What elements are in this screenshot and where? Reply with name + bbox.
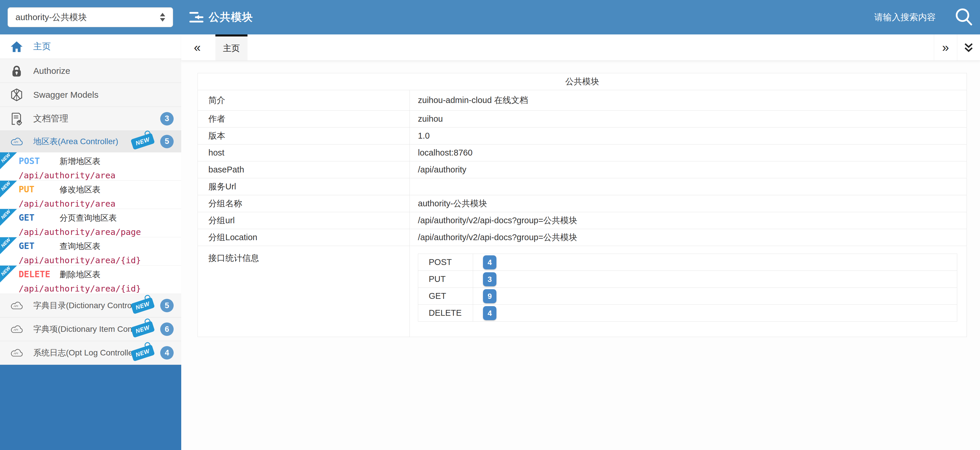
sidebar-item-opt-log-controller[interactable]: API 系统日志(Opt Log Controller) NEW 4 (0, 341, 181, 365)
stats-row: DELETE 4 (418, 305, 957, 321)
table-row: 作者 zuihou (198, 111, 967, 127)
endpoint-post-area[interactable]: NEW POST 新增地区表 /api/authority/area (0, 152, 181, 181)
count-badge: 5 (160, 135, 173, 148)
endpoint-get-area-page[interactable]: NEW GET 分页查询地区表 /api/authority/area/page (0, 209, 181, 237)
endpoint-path: /api/authority/area/page (19, 227, 181, 237)
new-tag-badge: NEW (130, 297, 155, 314)
search-icon[interactable] (952, 5, 976, 29)
sidebar-item-label: 系统日志(Opt Log Controller) (33, 347, 132, 358)
row-label: host (198, 145, 410, 161)
table-row: 分组名称 authority-公共模块 (198, 195, 967, 212)
row-label: 分组名称 (198, 195, 410, 212)
sidebar-item-home[interactable]: 主页 (0, 35, 181, 59)
api-group-select-value: authority-公共模块 (16, 11, 156, 23)
sidebar-item-dictionary-controller[interactable]: API 字典目录(Dictionary Controller) NEW 5 (0, 294, 181, 318)
table-row: 分组Location /api/authority/v2/api-docs?gr… (198, 229, 967, 246)
row-value: /api/authority/v2/api-docs?group=公共模块 (410, 229, 967, 246)
row-value: authority-公共模块 (410, 195, 967, 212)
table-row: 版本 1.0 (198, 127, 967, 145)
http-method-label: DELETE (19, 269, 59, 279)
doc-content: 公共模块 简介 zuihou-admin-cloud 在线文档 作者 zuiho… (181, 61, 980, 337)
row-value: /api/authority (410, 161, 967, 178)
stats-row: GET 9 (418, 288, 957, 305)
tabbar-spacer (248, 35, 934, 60)
row-value (410, 178, 967, 195)
home-icon (10, 40, 23, 53)
table-row: 服务Url (198, 178, 967, 195)
cloud-api-icon: API (10, 323, 23, 336)
table-row: 简介 zuihou-admin-cloud 在线文档 (198, 90, 967, 111)
endpoint-delete-area-id[interactable]: NEW DELETE 删除地区表 /api/authority/area/{id… (0, 266, 181, 294)
models-hexagon-icon (10, 88, 23, 102)
cloud-api-icon: API (10, 135, 23, 148)
sidebar-item-label: Authorize (33, 66, 181, 76)
row-value: zuihou-admin-cloud 在线文档 (410, 90, 967, 111)
count-badge: 6 (160, 323, 173, 336)
stats-count-cell: 4 (473, 254, 957, 271)
stats-count-badge: 4 (483, 255, 496, 269)
tabs-collapse-all-icon[interactable] (957, 35, 980, 60)
row-label: 接口统计信息 (198, 246, 410, 337)
row-value: zuihou (410, 111, 967, 127)
row-label: 作者 (198, 111, 410, 127)
endpoint-put-area[interactable]: NEW PUT 修改地区表 /api/authority/area (0, 181, 181, 209)
row-label: 简介 (198, 90, 410, 111)
api-group-select[interactable]: authority-公共模块 (8, 7, 173, 27)
tab-bar: « 主页 » (181, 35, 980, 61)
sidebar: 主页 Authorize Swagger Models (0, 35, 181, 450)
tab-home[interactable]: 主页 (215, 35, 248, 60)
stats-count-cell: 9 (473, 288, 957, 305)
endpoint-path: /api/authority/area (19, 199, 181, 209)
count-badge: 4 (160, 346, 173, 359)
new-tag-badge: NEW (130, 321, 155, 338)
stats-row: POST 4 (418, 254, 957, 271)
api-stats-table: POST 4 PUT 3 (418, 254, 957, 321)
endpoint-title: 查询地区表 (59, 241, 100, 252)
top-header: authority-公共模块 公共模块 请输入搜索内容 (0, 0, 980, 35)
module-info-table: 公共模块 简介 zuihou-admin-cloud 在线文档 作者 zuiho… (197, 73, 967, 337)
main-panel: « 主页 » 公共模块 简介 (181, 35, 980, 450)
stats-count-badge: 9 (483, 289, 496, 303)
sidebar-item-label: 主页 (33, 41, 181, 52)
stats-count-cell: 3 (473, 271, 957, 288)
sidebar-item-area-controller[interactable]: API 地区表(Area Controller) NEW 5 (0, 131, 181, 152)
stats-method-label: POST (418, 254, 473, 271)
tabs-scroll-right-icon[interactable]: » (934, 35, 957, 60)
http-method-label: GET (19, 213, 59, 223)
endpoint-list: NEW POST 新增地区表 /api/authority/area NEW P… (0, 152, 181, 294)
sidebar-item-authorize[interactable]: Authorize (0, 59, 181, 83)
page-title: 公共模块 (189, 10, 253, 24)
http-method-label: POST (19, 156, 59, 166)
tabs-scroll-left-icon[interactable]: « (187, 35, 208, 60)
tab-home-label: 主页 (223, 43, 240, 54)
stats-method-label: GET (418, 288, 473, 305)
sidebar-item-dictionary-item-controller[interactable]: API 字典项(Dictionary Item Controller) NEW … (0, 318, 181, 341)
endpoint-get-area-id[interactable]: NEW GET 查询地区表 /api/authority/area/{id} (0, 237, 181, 266)
count-badge: 3 (160, 112, 173, 126)
stats-count-cell: 4 (473, 305, 957, 321)
table-row: 分组url /api/authority/v2/api-docs?group=公… (198, 212, 967, 229)
sidebar-item-label: 字典项(Dictionary Item Controller) (33, 324, 132, 335)
endpoint-path: /api/authority/area/{id} (19, 255, 181, 265)
svg-text:API: API (13, 351, 18, 355)
sidebar-item-doc-manage[interactable]: 文档管理 3 (0, 107, 181, 131)
row-value: 1.0 (410, 127, 967, 145)
row-label: 分组url (198, 212, 410, 229)
count-badge: 5 (160, 299, 173, 312)
sidebar-item-label: 字典目录(Dictionary Controller) (33, 300, 132, 311)
select-updown-arrows-icon (160, 13, 165, 22)
stats-count-badge: 4 (483, 306, 496, 320)
row-label: 服务Url (198, 178, 410, 195)
row-value: /api/authority/v2/api-docs?group=公共模块 (410, 212, 967, 229)
svg-text:API: API (13, 304, 18, 308)
row-label: basePath (198, 161, 410, 178)
row-value: localhost:8760 (410, 145, 967, 161)
endpoint-title: 修改地区表 (59, 184, 100, 195)
table-title-row: 公共模块 (198, 73, 967, 90)
search-placeholder-text[interactable]: 请输入搜索内容 (874, 11, 935, 23)
cloud-api-icon: API (10, 299, 23, 312)
document-gear-icon (10, 112, 23, 126)
sidebar-item-swagger-models[interactable]: Swagger Models (0, 83, 181, 107)
sidebar-item-label: 地区表(Area Controller) (33, 136, 132, 147)
endpoint-title: 分页查询地区表 (59, 213, 117, 224)
